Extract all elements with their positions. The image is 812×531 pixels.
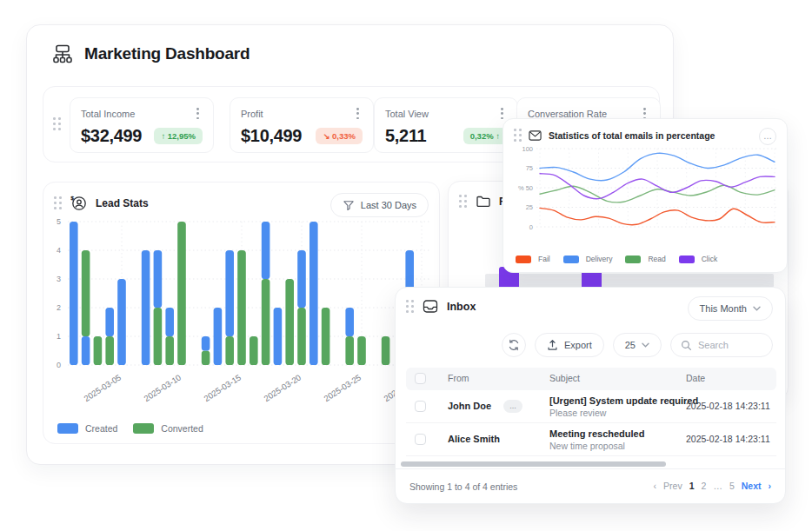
bar-segment-created [105,308,114,336]
lead-stats-legend: CreatedConverted [57,423,203,434]
lead-stats-drag-handle[interactable] [54,196,62,209]
period-select[interactable]: This Month [688,296,773,321]
row-checkbox[interactable] [415,401,426,412]
search-icon [681,340,692,351]
y-tick-label: 2 [57,303,61,312]
legend-label: Created [85,423,117,434]
inbox-title: Inbox [447,301,476,313]
kpi-value: $10,499 [241,126,302,146]
bar-segment-converted [345,336,354,365]
bar-segment-converted [202,351,210,366]
inbox-drag-handle[interactable] [406,300,414,313]
table-row[interactable]: Alice SmithMeeting rescheduledNew time p… [406,423,776,456]
kpi-menu-button[interactable] [193,106,203,121]
lead-person-icon: $ [70,195,87,211]
page-item-next[interactable]: Next [742,481,762,491]
bar-segment-created [309,222,318,365]
legend-item-delivery: Delivery [563,255,613,263]
legend-label: Click [702,255,717,263]
page-item-prev[interactable]: Prev [663,481,682,491]
bar-segment-created [117,279,126,365]
inbox-table: FromSubjectDateJohn Doe...[Urgent] Syste… [406,368,776,456]
legend-label: Converted [161,423,203,434]
converted-color-chip [133,423,154,434]
y-tick-label: 0 [529,223,533,231]
kpi-title: Conversation Rate [528,109,607,119]
bar-segment-created [154,250,163,308]
page-item-‹[interactable]: ‹ [654,481,657,491]
created-color-chip [57,423,78,434]
kpi-trend-badge: ↑ 12,95% [154,128,203,144]
bar-segment-converted [94,336,103,365]
bar-segment-created [214,308,223,365]
bar-segment-created [82,336,90,365]
refresh-button[interactable] [502,333,526,357]
bar-segment-converted [297,308,306,365]
kpi-card-profit: Profit$10,499↘ 0,33% [230,97,374,153]
bar-segment-converted [262,279,270,365]
page-item-1[interactable]: 1 [689,481,695,491]
row-menu-button[interactable]: ... [503,400,522,413]
kpi-menu-button[interactable] [353,106,363,121]
folder-chart-track [485,274,774,288]
email-stats-drag-handle[interactable] [514,129,522,142]
bar-segment-converted [154,308,163,365]
last-30-days-filter-button[interactable]: Last 30 Days [330,193,429,217]
bar-segment-created [202,336,210,351]
row-checkbox[interactable] [415,434,426,445]
fail-color-chip [516,256,531,263]
page-size-select[interactable]: 25 [613,333,662,357]
legend-item-created: Created [57,423,117,434]
kpi-title: Profit [241,109,263,119]
y-tick-label: 1 [57,332,61,341]
page-item-…[interactable]: … [713,481,722,491]
bar-segment-created [142,250,150,365]
bar-segment-converted [250,336,258,365]
kpi-card-total-income: Total Income$32,499↑ 12,95% [70,97,214,153]
table-row[interactable]: John Doe...[Urgent] System update requir… [406,390,776,423]
kpi-trend-badge: ↘ 0,33% [316,128,363,144]
kpi-card-total-view: Total View5,2110,32% ↑ [374,97,518,153]
chevron-down-icon [753,306,761,311]
x-tick-label: 2025-03-05 [82,372,123,403]
email-date: 2025-02-18 14:23:11 [686,401,770,411]
kpi-value: $32,499 [81,126,142,146]
bar-segment-converted [177,222,186,365]
legend-label: Fail [538,255,550,263]
lead-stats-chart: 0123452025-03-052025-03-102025-03-152025… [47,217,434,415]
y-tick-label: 50 [526,184,533,192]
bar-segment-converted [82,250,90,336]
page-item-5[interactable]: 5 [729,481,735,491]
sender-name: John Doe [448,401,491,411]
inbox-icon [423,299,438,314]
page-item-›[interactable]: › [769,481,772,491]
email-preview: New time proposal [549,441,625,451]
legend-item-converted: Converted [133,423,203,434]
email-date: 2025-02-18 14:23:11 [686,434,770,444]
scrollbar-thumb[interactable] [401,461,666,467]
email-preview: Please review [549,408,606,418]
bar-segment-created [274,308,283,365]
folder-card-drag-handle[interactable] [459,195,467,208]
kpi-trend-badge: 0,32% ↑ [463,128,507,144]
kpi-row-drag-handle[interactable] [53,117,61,130]
read-color-chip [625,256,641,263]
inbox-footer: Showing 1 to 4 of 4 entries ‹Prev12…5Nex… [396,468,785,505]
export-button[interactable]: Export [535,333,604,357]
lead-stats-card: $ Lead Stats Last 30 Days 0123452025-03-… [43,182,440,444]
kpi-menu-button[interactable] [497,106,507,121]
y-axis-label: % [518,184,524,192]
search-input[interactable] [698,340,768,350]
select-all-checkbox[interactable] [415,373,426,384]
legend-label: Read [648,255,665,263]
bar-segment-created [165,308,174,336]
bar-segment-created [297,250,306,308]
y-tick-label: 5 [57,217,61,226]
column-header-date: Date [686,373,705,383]
horizontal-scrollbar [401,461,782,468]
refresh-icon [508,339,520,351]
pagination: ‹Prev12…5Next› [654,481,771,491]
sitemap-icon [51,43,74,65]
page-item-2[interactable]: 2 [702,481,707,491]
inbox-card: Inbox This Month [395,287,786,504]
